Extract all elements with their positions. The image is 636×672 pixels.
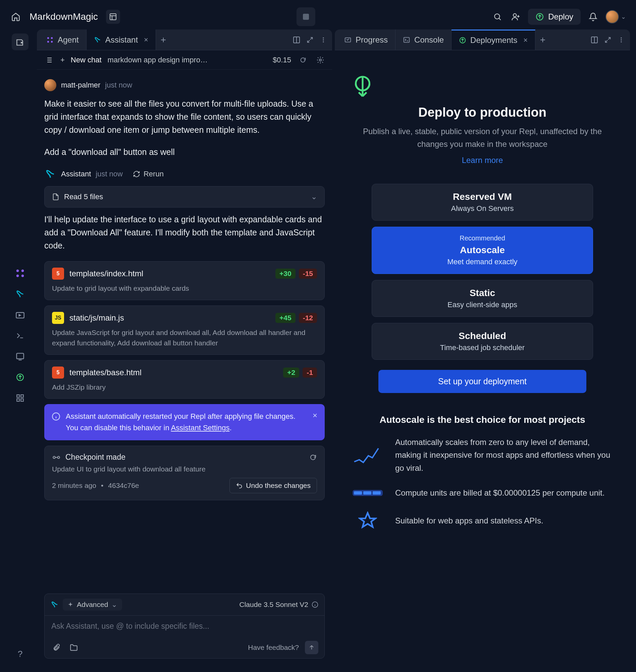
additions-badge: +30 <box>275 269 296 279</box>
assistant-message: I'll help update the interface to use a … <box>44 213 325 252</box>
svg-point-33 <box>620 39 621 40</box>
svg-rect-39 <box>373 491 381 495</box>
search-icon[interactable] <box>492 11 503 22</box>
close-icon[interactable]: × <box>144 36 148 44</box>
help-button[interactable]: ? <box>18 649 22 659</box>
file-change-card[interactable]: 5 templates/index.html +30 -15 Update to… <box>44 261 325 300</box>
left-pane: Agent Assistant × + + New chat ma <box>37 29 332 666</box>
svg-point-25 <box>53 456 55 459</box>
tab-assistant-label: Assistant <box>105 35 138 45</box>
svg-point-4 <box>16 270 19 272</box>
rerun-button[interactable]: Rerun <box>133 170 164 178</box>
gear-icon[interactable] <box>315 54 326 66</box>
add-tab-button[interactable]: + <box>156 35 171 45</box>
stop-button[interactable] <box>297 7 315 26</box>
advanced-toggle[interactable]: Advanced ⌄ <box>63 598 122 611</box>
js-badge-icon: JS <box>52 312 64 324</box>
option-title: Static <box>379 288 585 299</box>
layout-toggle-button[interactable] <box>106 10 120 24</box>
setup-deployment-button[interactable]: Set up your deployment <box>378 370 587 393</box>
shell-run-icon[interactable] <box>15 310 25 320</box>
console-icon[interactable] <box>15 331 25 341</box>
recommended-badge: Recommended <box>379 235 585 242</box>
svg-point-7 <box>21 274 24 277</box>
checkpoint-title: Checkpoint made <box>65 453 304 462</box>
message-input[interactable] <box>45 616 324 637</box>
notifications-icon[interactable] <box>588 11 599 22</box>
more-icon[interactable] <box>317 37 330 43</box>
tab-deployments[interactable]: Deployments × <box>452 29 535 50</box>
deployments-body[interactable]: Deploy to production Publish a live, sta… <box>335 50 630 666</box>
assistant-name: Assistant <box>61 170 91 178</box>
threads-list-icon[interactable] <box>43 54 54 66</box>
user-avatar <box>44 79 56 91</box>
model-selector[interactable]: Claude 3.5 Sonnet V2 <box>239 600 319 609</box>
deploy-button[interactable]: Deploy <box>528 9 581 25</box>
deletions-badge: -15 <box>299 269 317 279</box>
close-icon[interactable]: × <box>313 411 317 420</box>
sidebar: ? <box>6 29 34 666</box>
split-pane-icon[interactable] <box>290 36 303 44</box>
new-chat-button[interactable]: New chat <box>71 56 102 64</box>
tab-agent-label: Agent <box>58 35 79 45</box>
chevron-down-icon: ⌄ <box>311 192 317 201</box>
undo-changes-button[interactable]: Undo these changes <box>230 478 317 493</box>
checkpoint-icon <box>52 453 61 462</box>
read-files-label: Read 5 files <box>64 192 103 201</box>
deploy-option-scheduled[interactable]: Scheduled Time-based job scheduler <box>372 323 593 360</box>
agent-icon[interactable] <box>15 268 25 278</box>
all-tools-icon[interactable] <box>15 393 25 403</box>
expand-icon[interactable] <box>601 36 615 44</box>
deploy-option-reserved-vm[interactable]: Reserved VM Always On Servers <box>372 184 593 221</box>
svg-rect-11 <box>17 395 19 398</box>
assistant-icon[interactable] <box>15 289 25 299</box>
refresh-icon[interactable] <box>297 54 309 66</box>
deploy-icon[interactable] <box>15 372 25 382</box>
attach-icon[interactable] <box>51 642 62 653</box>
file-tree-toggle[interactable] <box>12 34 28 50</box>
file-change-card[interactable]: 5 templates/base.html +2 -1 Add JSZip li… <box>44 360 325 399</box>
feedback-link[interactable]: Have feedback? <box>248 644 299 652</box>
rerun-label: Rerun <box>143 170 164 178</box>
option-sub: Easy client-side apps <box>379 301 585 309</box>
assistant-avatar-icon <box>44 168 56 180</box>
split-pane-icon[interactable] <box>588 36 601 44</box>
deploy-option-autoscale[interactable]: Recommended Autoscale Meet demand exactl… <box>372 227 593 274</box>
file-change-card[interactable]: JS static/js/main.js +45 -12 Update Java… <box>44 305 325 355</box>
more-icon[interactable] <box>615 37 628 43</box>
webview-icon[interactable] <box>15 351 25 362</box>
tab-assistant[interactable]: Assistant × <box>86 29 156 50</box>
thread-title[interactable]: markdown app design improv… <box>108 56 208 64</box>
file-name: templates/index.html <box>69 269 270 278</box>
left-tabs: Agent Assistant × + <box>37 29 332 50</box>
chat-scroll[interactable]: matt-palmer just now Make it easier to s… <box>37 70 332 593</box>
checkpoint-hash: 4634c76e <box>108 482 139 490</box>
tab-console[interactable]: Console <box>396 29 452 50</box>
rewind-icon[interactable] <box>309 453 317 462</box>
assistant-settings-link[interactable]: Assistant Settings <box>171 424 230 432</box>
send-button[interactable] <box>305 641 318 654</box>
add-tab-button[interactable]: + <box>535 35 550 45</box>
read-files-toggle[interactable]: Read 5 files ⌄ <box>44 186 325 208</box>
expand-icon[interactable] <box>303 36 317 44</box>
close-icon[interactable]: × <box>523 36 528 45</box>
svg-rect-12 <box>21 395 23 398</box>
billing-icon <box>351 488 384 498</box>
html-badge-icon: 5 <box>52 367 64 379</box>
user-menu[interactable]: ⌄ <box>605 10 626 23</box>
svg-point-17 <box>47 41 49 43</box>
home-icon[interactable] <box>10 11 21 22</box>
option-sub: Meet demand exactly <box>379 258 585 266</box>
deploy-option-static[interactable]: Static Easy client-side apps <box>372 280 593 317</box>
svg-point-18 <box>51 41 53 43</box>
tab-progress[interactable]: Progress <box>337 29 396 50</box>
tab-deployments-label: Deployments <box>470 36 517 45</box>
folder-icon[interactable] <box>68 642 79 653</box>
undo-label: Undo these changes <box>246 482 311 490</box>
tab-console-label: Console <box>414 35 444 45</box>
tab-agent[interactable]: Agent <box>39 29 86 50</box>
invite-icon[interactable] <box>510 11 521 22</box>
learn-more-link[interactable]: Learn more <box>351 156 614 165</box>
user-message: Make it easier to see all the files you … <box>44 97 325 136</box>
deletions-badge: -12 <box>299 313 317 323</box>
